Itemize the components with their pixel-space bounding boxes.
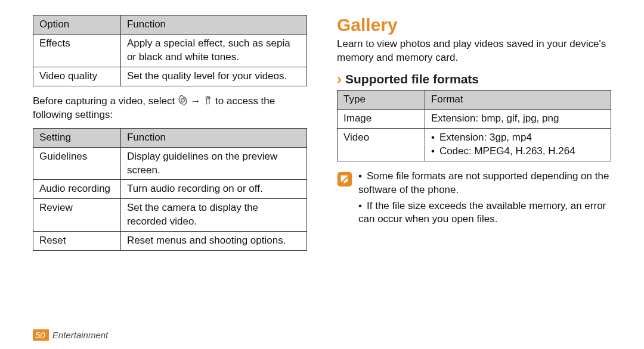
settings-header-function: Function (120, 128, 306, 147)
subsection-supported-formats: › Supported file formats (337, 72, 611, 86)
table-row: Reset Reset menus and shooting options. (33, 232, 307, 251)
note-box: Some file formats are not supported depe… (337, 170, 611, 229)
table-row: Effects Apply a special effect, such as … (33, 34, 307, 67)
gear-icon (178, 95, 188, 105)
setting-name: Guidelines (33, 147, 121, 180)
formats-header-type: Type (338, 90, 425, 109)
note-icon (337, 172, 352, 187)
setting-desc: Turn audio recording on or off. (120, 180, 306, 199)
option-desc: Apply a special effect, such as sepia or… (120, 34, 306, 67)
table-row: Guidelines Display guidelines on the pre… (33, 147, 307, 180)
setting-name: Review (33, 199, 121, 232)
right-column: Gallery Learn to view photos and play vi… (337, 15, 611, 337)
chevron-right-icon: › (337, 72, 342, 86)
setting-desc: Display guidelines on the preview screen… (120, 147, 306, 180)
setting-desc: Reset menus and shooting options. (120, 232, 306, 251)
table-row: Video quality Set the quality level for … (33, 67, 307, 86)
table-row: Video Extension: 3gp, mp4 Codec: MPEG4, … (338, 128, 611, 161)
option-name: Video quality (33, 67, 121, 86)
note-item: Some file formats are not supported depe… (358, 170, 611, 197)
subsection-title: Supported file formats (345, 72, 479, 86)
settings-header-setting: Setting (33, 128, 121, 147)
format-type: Image (338, 109, 425, 128)
formats-header-format: Format (425, 90, 611, 109)
formats-table: Type Format Image Extension: bmp, gif, j… (337, 90, 611, 161)
format-desc: Extension: 3gp, mp4 Codec: MPEG4, H.263,… (425, 128, 611, 161)
options-table: Option Function Effects Apply a special … (33, 15, 307, 86)
left-column: Option Function Effects Apply a special … (33, 15, 307, 337)
options-header-function: Function (120, 15, 306, 35)
settings-table: Setting Function Guidelines Display guid… (33, 128, 307, 251)
setting-desc: Set the camera to display the recorded v… (120, 199, 306, 232)
setting-name: Audio recording (33, 180, 121, 199)
format-desc: Extension: bmp, gif, jpg, png (425, 109, 611, 128)
table-row: Image Extension: bmp, gif, jpg, png (338, 109, 611, 128)
option-desc: Set the quality level for your videos. (120, 67, 306, 86)
option-name: Effects (33, 34, 121, 67)
setting-name: Reset (33, 232, 121, 251)
section-title-gallery: Gallery (337, 15, 611, 35)
paragraph-text-before: Before capturing a video, select (33, 95, 178, 107)
chapter-name: Entertainment (52, 330, 108, 340)
table-row: Review Set the camera to display the rec… (33, 199, 307, 232)
note-item: If the file size exceeds the available m… (358, 200, 611, 227)
format-bullet: Extension: 3gp, mp4 (431, 131, 605, 145)
page-footer: 50 Entertainment (33, 330, 108, 340)
tool-icon (203, 95, 212, 105)
gallery-intro: Learn to view photos and play videos sav… (337, 38, 611, 65)
options-header-option: Option (33, 15, 121, 35)
format-type: Video (338, 128, 425, 161)
settings-intro-paragraph: Before capturing a video, select → to ac… (33, 95, 307, 122)
format-bullet: Codec: MPEG4, H.263, H.264 (431, 145, 605, 158)
table-row: Audio recording Turn audio recording on … (33, 180, 307, 199)
arrow-text: → (191, 95, 201, 107)
page-number: 50 (33, 329, 49, 341)
